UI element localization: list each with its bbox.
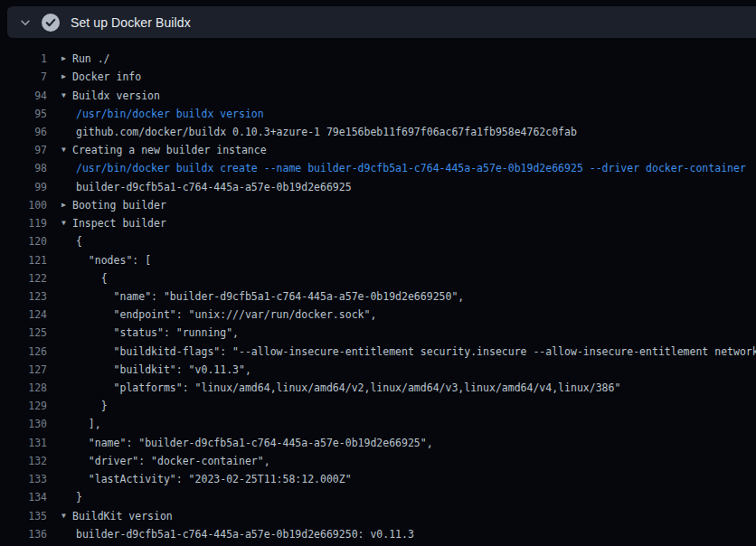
log-line: 100▶Booting builder (0, 196, 756, 214)
step-header[interactable]: Set up Docker Buildx (7, 6, 756, 38)
line-number-link[interactable]: 125 (0, 326, 47, 339)
line-number-link[interactable]: 131 (0, 437, 47, 449)
collapse-arrow-icon: ▼ (61, 92, 72, 99)
line-number-link[interactable]: 97 (0, 144, 47, 156)
line-number-link[interactable]: 120 (0, 235, 47, 248)
expand-arrow-icon: ▶ (61, 55, 72, 62)
log-line: 132 "driver": "docker-container", (0, 452, 756, 470)
log-group-header[interactable]: ▶Booting builder (61, 199, 166, 212)
log-line: 134} (0, 488, 756, 506)
log-line: 119▼Inspect builder (0, 214, 756, 232)
line-number-link[interactable]: 132 (0, 455, 47, 467)
log-line: 122 { (0, 269, 756, 287)
expand-arrow-icon: ▶ (61, 202, 72, 209)
log-output-text: { (76, 272, 108, 285)
log-group-header[interactable]: ▶Run ./ (61, 52, 110, 65)
log-output-text: "driver": "docker-container", (76, 455, 270, 467)
log-line: 130 ], (0, 415, 756, 433)
log-group-title: BuildKit version (72, 510, 173, 522)
log-output-text: } (76, 400, 108, 412)
log-line: 129 } (0, 397, 756, 415)
line-number-link[interactable]: 128 (0, 381, 47, 394)
log-group-title: Booting builder (72, 199, 166, 212)
log-group-title: Docker info (72, 71, 141, 83)
log-line: 133 "lastActivity": "2023-02-25T11:58:12… (0, 470, 756, 488)
log-line: 128 "platforms": "linux/amd64,linux/amd6… (0, 379, 756, 397)
log-output-text: "platforms": "linux/amd64,linux/amd64/v2… (76, 381, 620, 394)
log-output-text: "name": "builder-d9cfb5a1-c764-445a-a57e… (76, 437, 433, 449)
line-number-link[interactable]: 135 (0, 510, 47, 522)
log-command-text: /usr/bin/docker buildx version (76, 108, 264, 120)
line-number-link[interactable]: 99 (0, 181, 47, 193)
log-line: 125 "status": "running", (0, 324, 756, 342)
log-group-title: Run ./ (72, 52, 110, 65)
line-number-link[interactable]: 95 (0, 108, 47, 120)
log-lines: 1▶Run ./7▶Docker info94▼Buildx version95… (0, 50, 756, 543)
line-number-link[interactable]: 122 (0, 272, 47, 285)
log-group-title: Creating a new builder instance (72, 144, 267, 156)
line-number-link[interactable]: 127 (0, 363, 47, 376)
log-output-text: { (76, 235, 82, 248)
log-line: 123 "name": "builder-d9cfb5a1-c764-445a-… (0, 287, 756, 306)
log-group-header[interactable]: ▶Docker info (61, 71, 141, 83)
line-number-link[interactable]: 119 (0, 217, 47, 230)
line-number-link[interactable]: 123 (0, 290, 47, 303)
log-output-text: builder-d9cfb5a1-c764-445a-a57e-0b19d2e6… (76, 528, 414, 541)
line-number-link[interactable]: 130 (0, 418, 47, 430)
log-output-text: "nodes": [ (76, 254, 151, 267)
log-output-text: "buildkitd-flags": "--allow-insecure-ent… (76, 345, 756, 358)
log-line: 126 "buildkitd-flags": "--allow-insecure… (0, 343, 756, 361)
log-line: 99builder-d9cfb5a1-c764-445a-a57e-0b19d2… (0, 178, 756, 196)
line-number-link[interactable]: 129 (0, 400, 47, 412)
line-number-link[interactable]: 96 (0, 126, 47, 138)
log-line: 135▼BuildKit version (0, 506, 756, 524)
log-output-text: "name": "builder-d9cfb5a1-c764-445a-a57e… (76, 290, 464, 303)
log-line: 98/usr/bin/docker buildx create --name b… (0, 159, 756, 177)
log-line: 127 "buildkit": "v0.11.3", (0, 361, 756, 379)
collapse-arrow-icon: ▼ (61, 220, 72, 227)
line-number-link[interactable]: 136 (0, 528, 47, 541)
step-title: Set up Docker Buildx (71, 15, 191, 30)
log-group-title: Buildx version (72, 89, 160, 102)
line-number-link[interactable]: 134 (0, 491, 47, 504)
log-group-title: Inspect builder (72, 217, 166, 230)
line-number-link[interactable]: 133 (0, 473, 47, 485)
log-output-text: ], (76, 418, 101, 430)
log-line: 131 "name": "builder-d9cfb5a1-c764-445a-… (0, 434, 756, 452)
log-line: 120{ (0, 232, 756, 250)
line-number-link[interactable]: 124 (0, 308, 47, 321)
log-output-text: "buildkit": "v0.11.3", (76, 363, 251, 376)
expand-arrow-icon: ▶ (61, 73, 72, 80)
log-group-header[interactable]: ▼BuildKit version (61, 510, 173, 522)
log-group-header[interactable]: ▼Buildx version (61, 89, 160, 102)
log-output-text: "lastActivity": "2023-02-25T11:58:12.000… (76, 473, 352, 485)
line-number-link[interactable]: 121 (0, 254, 47, 267)
log-line: 95/usr/bin/docker buildx version (0, 105, 756, 123)
check-circle-icon (42, 14, 60, 32)
log-line: 124 "endpoint": "unix:///var/run/docker.… (0, 306, 756, 324)
chevron-down-icon[interactable] (18, 15, 33, 30)
line-number-link[interactable]: 7 (0, 71, 47, 83)
log-group-header[interactable]: ▼Inspect builder (61, 217, 166, 230)
log-line: 7▶Docker info (0, 68, 756, 86)
collapse-arrow-icon: ▼ (61, 513, 72, 520)
log-line: 136builder-d9cfb5a1-c764-445a-a57e-0b19d… (0, 525, 756, 543)
line-number-link[interactable]: 98 (0, 162, 47, 174)
log-line: 97▼Creating a new builder instance (0, 141, 756, 159)
log-line: 1▶Run ./ (0, 50, 756, 68)
log-group-header[interactable]: ▼Creating a new builder instance (61, 144, 267, 156)
log-output-text: "endpoint": "unix:///var/run/docker.sock… (76, 308, 376, 321)
line-number-link[interactable]: 1 (0, 52, 47, 65)
log-output-text: } (76, 491, 82, 504)
line-number-link[interactable]: 126 (0, 345, 47, 358)
log-output-text: github.com/docker/buildx 0.10.3+azure-1 … (76, 126, 577, 138)
log-output-text: "status": "running", (76, 326, 239, 339)
log-line: 121 "nodes": [ (0, 250, 756, 268)
log-line: 96github.com/docker/buildx 0.10.3+azure-… (0, 123, 756, 141)
log-command-text: /usr/bin/docker buildx create --name bui… (76, 162, 746, 174)
line-number-link[interactable]: 94 (0, 89, 47, 102)
line-number-link[interactable]: 100 (0, 199, 47, 212)
collapse-arrow-icon: ▼ (61, 146, 72, 154)
log-output-text: builder-d9cfb5a1-c764-445a-a57e-0b19d2e6… (76, 181, 352, 193)
log-line: 94▼Buildx version (0, 86, 756, 104)
